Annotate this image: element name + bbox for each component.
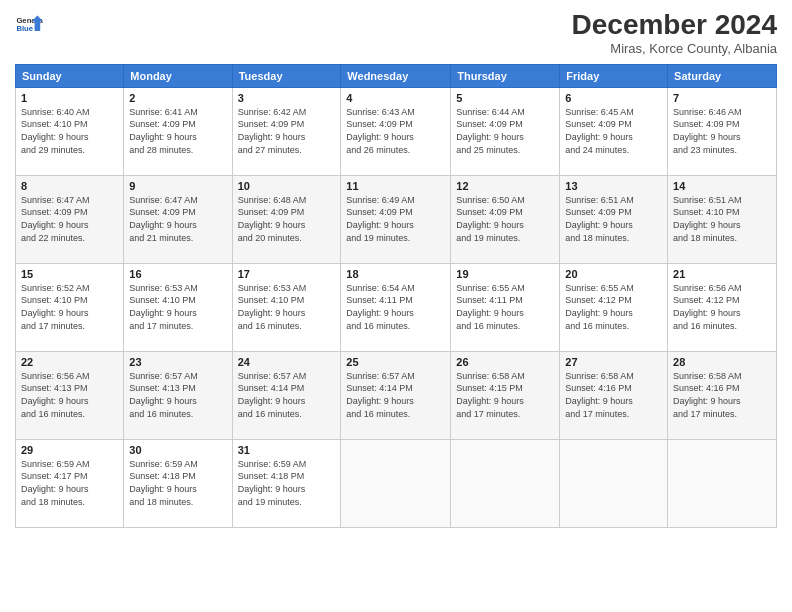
day-info: Sunrise: 6:51 AM Sunset: 4:09 PM Dayligh…: [565, 194, 662, 244]
day-info: Sunrise: 6:59 AM Sunset: 4:18 PM Dayligh…: [238, 458, 336, 508]
day-number: 15: [21, 268, 118, 280]
calendar-day-cell: 27Sunrise: 6:58 AM Sunset: 4:16 PM Dayli…: [560, 351, 668, 439]
logo: General Blue: [15, 10, 43, 38]
day-number: 20: [565, 268, 662, 280]
calendar-week-row: 8Sunrise: 6:47 AM Sunset: 4:09 PM Daylig…: [16, 175, 777, 263]
day-info: Sunrise: 6:49 AM Sunset: 4:09 PM Dayligh…: [346, 194, 445, 244]
day-of-week-header: Friday: [560, 64, 668, 87]
day-info: Sunrise: 6:59 AM Sunset: 4:18 PM Dayligh…: [129, 458, 226, 508]
calendar-day-cell: 7Sunrise: 6:46 AM Sunset: 4:09 PM Daylig…: [668, 87, 777, 175]
calendar-day-cell: 29Sunrise: 6:59 AM Sunset: 4:17 PM Dayli…: [16, 439, 124, 527]
day-number: 7: [673, 92, 771, 104]
svg-text:Blue: Blue: [16, 24, 33, 33]
calendar-day-cell: 25Sunrise: 6:57 AM Sunset: 4:14 PM Dayli…: [341, 351, 451, 439]
day-info: Sunrise: 6:56 AM Sunset: 4:13 PM Dayligh…: [21, 370, 118, 420]
calendar-day-cell: [451, 439, 560, 527]
day-info: Sunrise: 6:50 AM Sunset: 4:09 PM Dayligh…: [456, 194, 554, 244]
day-number: 30: [129, 444, 226, 456]
day-number: 17: [238, 268, 336, 280]
day-number: 5: [456, 92, 554, 104]
day-number: 4: [346, 92, 445, 104]
day-info: Sunrise: 6:40 AM Sunset: 4:10 PM Dayligh…: [21, 106, 118, 156]
day-number: 1: [21, 92, 118, 104]
calendar-day-cell: 26Sunrise: 6:58 AM Sunset: 4:15 PM Dayli…: [451, 351, 560, 439]
page-header: General Blue December 2024 Miras, Korce …: [15, 10, 777, 56]
day-info: Sunrise: 6:56 AM Sunset: 4:12 PM Dayligh…: [673, 282, 771, 332]
day-number: 27: [565, 356, 662, 368]
calendar-day-cell: 20Sunrise: 6:55 AM Sunset: 4:12 PM Dayli…: [560, 263, 668, 351]
day-number: 6: [565, 92, 662, 104]
day-number: 2: [129, 92, 226, 104]
day-info: Sunrise: 6:45 AM Sunset: 4:09 PM Dayligh…: [565, 106, 662, 156]
calendar-day-cell: 4Sunrise: 6:43 AM Sunset: 4:09 PM Daylig…: [341, 87, 451, 175]
day-number: 29: [21, 444, 118, 456]
calendar-day-cell: 6Sunrise: 6:45 AM Sunset: 4:09 PM Daylig…: [560, 87, 668, 175]
day-number: 16: [129, 268, 226, 280]
calendar-day-cell: 5Sunrise: 6:44 AM Sunset: 4:09 PM Daylig…: [451, 87, 560, 175]
day-info: Sunrise: 6:55 AM Sunset: 4:11 PM Dayligh…: [456, 282, 554, 332]
day-info: Sunrise: 6:51 AM Sunset: 4:10 PM Dayligh…: [673, 194, 771, 244]
calendar-day-cell: 16Sunrise: 6:53 AM Sunset: 4:10 PM Dayli…: [124, 263, 232, 351]
day-info: Sunrise: 6:58 AM Sunset: 4:16 PM Dayligh…: [673, 370, 771, 420]
calendar-day-cell: 1Sunrise: 6:40 AM Sunset: 4:10 PM Daylig…: [16, 87, 124, 175]
calendar-day-cell: 19Sunrise: 6:55 AM Sunset: 4:11 PM Dayli…: [451, 263, 560, 351]
day-number: 8: [21, 180, 118, 192]
day-info: Sunrise: 6:48 AM Sunset: 4:09 PM Dayligh…: [238, 194, 336, 244]
calendar-day-cell: 12Sunrise: 6:50 AM Sunset: 4:09 PM Dayli…: [451, 175, 560, 263]
location-subtitle: Miras, Korce County, Albania: [572, 41, 777, 56]
calendar-day-cell: 21Sunrise: 6:56 AM Sunset: 4:12 PM Dayli…: [668, 263, 777, 351]
day-info: Sunrise: 6:58 AM Sunset: 4:16 PM Dayligh…: [565, 370, 662, 420]
calendar-day-cell: 23Sunrise: 6:57 AM Sunset: 4:13 PM Dayli…: [124, 351, 232, 439]
calendar-day-cell: 14Sunrise: 6:51 AM Sunset: 4:10 PM Dayli…: [668, 175, 777, 263]
day-number: 9: [129, 180, 226, 192]
page-container: General Blue December 2024 Miras, Korce …: [0, 0, 792, 612]
day-number: 31: [238, 444, 336, 456]
calendar-day-cell: 9Sunrise: 6:47 AM Sunset: 4:09 PM Daylig…: [124, 175, 232, 263]
day-info: Sunrise: 6:59 AM Sunset: 4:17 PM Dayligh…: [21, 458, 118, 508]
day-number: 18: [346, 268, 445, 280]
day-of-week-header: Thursday: [451, 64, 560, 87]
day-number: 25: [346, 356, 445, 368]
calendar-day-cell: 24Sunrise: 6:57 AM Sunset: 4:14 PM Dayli…: [232, 351, 341, 439]
day-number: 11: [346, 180, 445, 192]
day-info: Sunrise: 6:47 AM Sunset: 4:09 PM Dayligh…: [129, 194, 226, 244]
day-info: Sunrise: 6:54 AM Sunset: 4:11 PM Dayligh…: [346, 282, 445, 332]
day-info: Sunrise: 6:41 AM Sunset: 4:09 PM Dayligh…: [129, 106, 226, 156]
day-of-week-header: Wednesday: [341, 64, 451, 87]
day-number: 28: [673, 356, 771, 368]
calendar-header-row: SundayMondayTuesdayWednesdayThursdayFrid…: [16, 64, 777, 87]
day-number: 14: [673, 180, 771, 192]
calendar-table: SundayMondayTuesdayWednesdayThursdayFrid…: [15, 64, 777, 528]
day-info: Sunrise: 6:57 AM Sunset: 4:13 PM Dayligh…: [129, 370, 226, 420]
day-info: Sunrise: 6:42 AM Sunset: 4:09 PM Dayligh…: [238, 106, 336, 156]
month-title: December 2024: [572, 10, 777, 41]
day-info: Sunrise: 6:53 AM Sunset: 4:10 PM Dayligh…: [129, 282, 226, 332]
calendar-day-cell: 28Sunrise: 6:58 AM Sunset: 4:16 PM Dayli…: [668, 351, 777, 439]
day-info: Sunrise: 6:44 AM Sunset: 4:09 PM Dayligh…: [456, 106, 554, 156]
day-of-week-header: Monday: [124, 64, 232, 87]
day-info: Sunrise: 6:52 AM Sunset: 4:10 PM Dayligh…: [21, 282, 118, 332]
day-number: 3: [238, 92, 336, 104]
logo-icon: General Blue: [15, 10, 43, 38]
day-info: Sunrise: 6:47 AM Sunset: 4:09 PM Dayligh…: [21, 194, 118, 244]
calendar-day-cell: [341, 439, 451, 527]
day-info: Sunrise: 6:57 AM Sunset: 4:14 PM Dayligh…: [238, 370, 336, 420]
calendar-day-cell: 31Sunrise: 6:59 AM Sunset: 4:18 PM Dayli…: [232, 439, 341, 527]
day-number: 12: [456, 180, 554, 192]
calendar-day-cell: 13Sunrise: 6:51 AM Sunset: 4:09 PM Dayli…: [560, 175, 668, 263]
day-info: Sunrise: 6:55 AM Sunset: 4:12 PM Dayligh…: [565, 282, 662, 332]
day-number: 22: [21, 356, 118, 368]
day-of-week-header: Tuesday: [232, 64, 341, 87]
day-number: 24: [238, 356, 336, 368]
day-number: 10: [238, 180, 336, 192]
day-info: Sunrise: 6:58 AM Sunset: 4:15 PM Dayligh…: [456, 370, 554, 420]
calendar-day-cell: 2Sunrise: 6:41 AM Sunset: 4:09 PM Daylig…: [124, 87, 232, 175]
calendar-day-cell: 18Sunrise: 6:54 AM Sunset: 4:11 PM Dayli…: [341, 263, 451, 351]
day-info: Sunrise: 6:46 AM Sunset: 4:09 PM Dayligh…: [673, 106, 771, 156]
calendar-day-cell: 22Sunrise: 6:56 AM Sunset: 4:13 PM Dayli…: [16, 351, 124, 439]
calendar-week-row: 22Sunrise: 6:56 AM Sunset: 4:13 PM Dayli…: [16, 351, 777, 439]
day-info: Sunrise: 6:43 AM Sunset: 4:09 PM Dayligh…: [346, 106, 445, 156]
calendar-week-row: 1Sunrise: 6:40 AM Sunset: 4:10 PM Daylig…: [16, 87, 777, 175]
calendar-day-cell: [668, 439, 777, 527]
day-info: Sunrise: 6:57 AM Sunset: 4:14 PM Dayligh…: [346, 370, 445, 420]
